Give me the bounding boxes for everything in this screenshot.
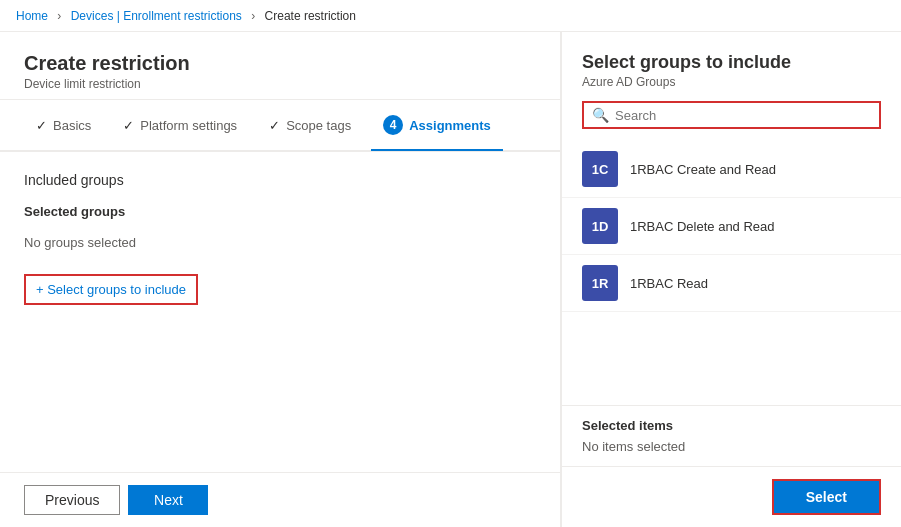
tab-scope-tags[interactable]: ✓ Scope tags	[257, 100, 363, 150]
bottom-bar: Previous Next	[0, 472, 560, 527]
steps-nav: ✓ Basics ✓ Platform settings ✓ Scope tag…	[0, 100, 560, 152]
selected-items-label: Selected items	[582, 418, 881, 433]
selected-groups-label: Selected groups	[24, 204, 536, 219]
next-button[interactable]: Next	[128, 485, 208, 515]
right-panel-footer: Select	[562, 466, 901, 527]
group-name-1c: 1RBAC Create and Read	[630, 162, 776, 177]
main-layout: Create restriction Device limit restrict…	[0, 32, 901, 527]
previous-button[interactable]: Previous	[24, 485, 120, 515]
no-groups-text: No groups selected	[24, 227, 536, 258]
breadcrumb-devices[interactable]: Devices | Enrollment restrictions	[71, 9, 242, 23]
breadcrumb-sep-2: ›	[251, 9, 255, 23]
page-header: Create restriction Device limit restrict…	[0, 32, 560, 100]
right-panel-subtitle: Azure AD Groups	[582, 75, 881, 89]
tab-assignments[interactable]: 4 Assignments	[371, 101, 503, 151]
breadcrumb-home[interactable]: Home	[16, 9, 48, 23]
list-item[interactable]: 1C 1RBAC Create and Read	[562, 141, 901, 198]
search-input[interactable]	[615, 108, 871, 123]
breadcrumb: Home › Devices | Enrollment restrictions…	[16, 9, 356, 23]
groups-list: 1C 1RBAC Create and Read 1D 1RBAC Delete…	[562, 141, 901, 405]
tab-platform-settings[interactable]: ✓ Platform settings	[111, 100, 249, 150]
right-panel-header: Select groups to include Azure AD Groups	[562, 32, 901, 101]
breadcrumb-sep-1: ›	[57, 9, 61, 23]
search-icon: 🔍	[592, 107, 609, 123]
group-name-1d: 1RBAC Delete and Read	[630, 219, 775, 234]
list-item[interactable]: 1D 1RBAC Delete and Read	[562, 198, 901, 255]
check-icon-basics: ✓	[36, 118, 47, 133]
assignments-badge: 4	[383, 115, 403, 135]
selected-items-section: Selected items No items selected	[562, 405, 901, 466]
group-avatar-1d: 1D	[582, 208, 618, 244]
tab-platform-label: Platform settings	[140, 118, 237, 133]
check-icon-platform: ✓	[123, 118, 134, 133]
right-panel-title: Select groups to include	[582, 52, 881, 73]
page-subtitle: Device limit restriction	[24, 77, 536, 91]
tab-basics[interactable]: ✓ Basics	[24, 100, 103, 150]
tab-assignments-label: Assignments	[409, 118, 491, 133]
search-box[interactable]: 🔍	[582, 101, 881, 129]
tab-scope-label: Scope tags	[286, 118, 351, 133]
select-groups-link[interactable]: + Select groups to include	[24, 274, 198, 305]
tab-basics-label: Basics	[53, 118, 91, 133]
breadcrumb-current: Create restriction	[265, 9, 356, 23]
group-name-1r: 1RBAC Read	[630, 276, 708, 291]
check-icon-scope: ✓	[269, 118, 280, 133]
left-panel: Create restriction Device limit restrict…	[0, 32, 561, 527]
top-bar: Home › Devices | Enrollment restrictions…	[0, 0, 901, 32]
list-item[interactable]: 1R 1RBAC Read	[562, 255, 901, 312]
page-title: Create restriction	[24, 52, 536, 75]
group-avatar-1r: 1R	[582, 265, 618, 301]
right-panel: Select groups to include Azure AD Groups…	[561, 32, 901, 527]
included-groups-label: Included groups	[24, 172, 536, 188]
select-button[interactable]: Select	[772, 479, 881, 515]
group-avatar-1c: 1C	[582, 151, 618, 187]
no-items-selected-text: No items selected	[582, 439, 881, 454]
content-area: Included groups Selected groups No group…	[0, 152, 560, 472]
